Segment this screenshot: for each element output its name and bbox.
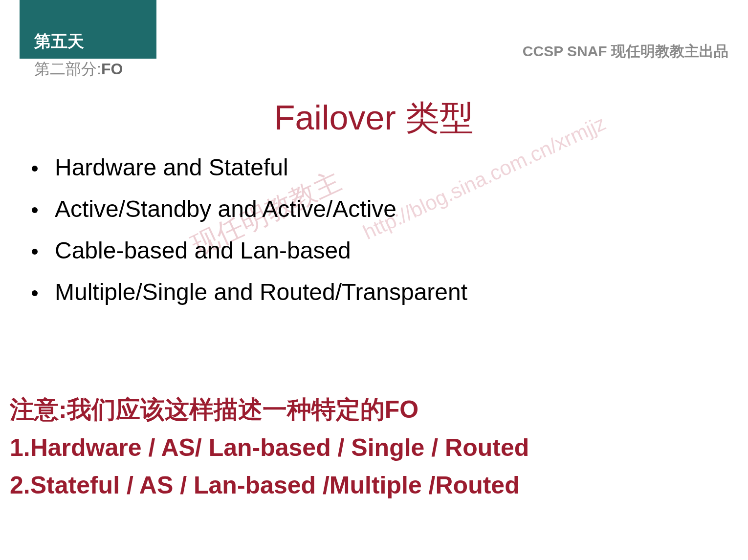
slide-title: Failover 类型 <box>0 95 748 141</box>
bullet-text: Cable-based and Lan-based <box>55 237 351 264</box>
header-day-label: 第五天 <box>34 30 84 53</box>
header-subtitle-bold: FO <box>101 60 123 78</box>
note-line-3: 2.Stateful / AS / Lan-based /Multiple /R… <box>10 467 529 505</box>
bullet-icon <box>32 290 38 296</box>
header-subtitle: 第二部分:FO <box>34 59 123 80</box>
note-line-1: 注意:我们应该这样描述一种特定的FO <box>10 391 529 429</box>
list-item: Multiple/Single and Routed/Transparent <box>32 279 467 305</box>
note-line-2: 1.Hardware / AS/ Lan-based / Single / Ro… <box>10 429 529 467</box>
header-subtitle-prefix: 第二部分: <box>34 60 101 78</box>
list-item: Cable-based and Lan-based <box>32 237 467 264</box>
bullet-icon <box>32 249 38 255</box>
header-right-text: CCSP SNAF 现任明教教主出品 <box>523 42 728 62</box>
bullet-icon <box>32 207 38 213</box>
list-item: Active/Standby and Active/Active <box>32 195 467 222</box>
list-item: Hardware and Stateful <box>32 154 467 181</box>
bullet-text: Active/Standby and Active/Active <box>55 195 396 222</box>
bullet-icon <box>32 166 38 172</box>
note-section: 注意:我们应该这样描述一种特定的FO 1.Hardware / AS/ Lan-… <box>10 391 529 505</box>
bullet-list: Hardware and Stateful Active/Standby and… <box>32 154 467 320</box>
bullet-text: Hardware and Stateful <box>55 154 288 181</box>
header-block: 第五天 <box>20 0 156 59</box>
bullet-text: Multiple/Single and Routed/Transparent <box>55 279 467 305</box>
